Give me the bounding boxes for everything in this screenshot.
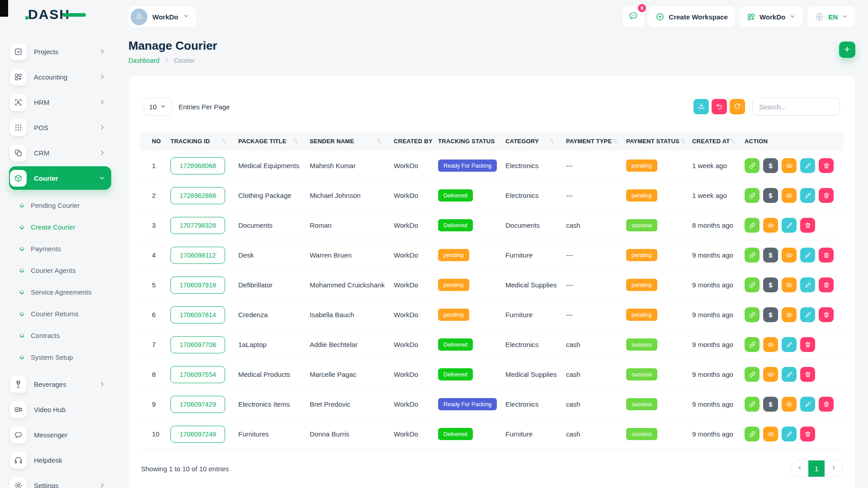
view-action-button[interactable] — [782, 188, 797, 203]
edit-action-button[interactable] — [782, 337, 797, 352]
delete-action-button[interactable] — [819, 307, 834, 322]
money-action-button[interactable]: $ — [763, 248, 778, 263]
sort-icon[interactable] — [221, 138, 227, 145]
money-action-button[interactable]: $ — [763, 277, 778, 292]
language-selector[interactable]: EN — [807, 6, 855, 27]
breadcrumb-dashboard-link[interactable]: Dashboard — [128, 57, 160, 64]
sort-icon[interactable] — [679, 138, 686, 145]
column-header-tracking-id[interactable]: TRACKING ID — [170, 138, 238, 145]
tracking-id-button[interactable]: 1706098112 — [170, 247, 225, 264]
sidebar-subitem-contracts[interactable]: Contracts — [0, 324, 118, 346]
sidebar-subitem-create-courier[interactable]: Create Courier — [0, 216, 118, 238]
view-action-button[interactable] — [782, 277, 797, 292]
sidebar-item-video-hub[interactable]: Video Hub — [9, 398, 111, 421]
view-action-button[interactable] — [763, 218, 778, 233]
tracking-id-button[interactable]: 1706097554 — [170, 366, 225, 383]
link-action-button[interactable] — [745, 158, 760, 173]
edit-action-button[interactable] — [782, 367, 797, 382]
sidebar-item-beverages[interactable]: Beverages — [9, 372, 111, 396]
tracking-id-button[interactable]: 1706097918 — [170, 277, 225, 294]
view-action-button[interactable] — [782, 307, 797, 322]
delete-action-button[interactable] — [819, 277, 834, 292]
reload-button[interactable] — [730, 99, 745, 114]
sidebar-item-hrm[interactable]: HRM — [9, 90, 111, 114]
delete-action-button[interactable] — [800, 367, 815, 382]
edit-action-button[interactable] — [800, 277, 815, 292]
sort-icon[interactable] — [612, 138, 618, 145]
link-action-button[interactable] — [745, 248, 760, 263]
sidebar-item-pos[interactable]: POS — [9, 116, 111, 139]
delete-action-button[interactable] — [819, 188, 834, 203]
view-action-button[interactable] — [763, 427, 778, 441]
delete-action-button[interactable] — [819, 158, 834, 173]
delete-action-button[interactable] — [800, 427, 815, 441]
column-header-payment-status[interactable]: PAYMENT STATUS — [626, 138, 692, 145]
link-action-button[interactable] — [745, 277, 760, 292]
link-action-button[interactable] — [745, 337, 760, 352]
view-action-button[interactable] — [782, 158, 797, 173]
entries-per-page-select[interactable]: 10 — [144, 98, 172, 116]
sidebar-item-accounting[interactable]: Accounting — [9, 65, 111, 89]
sidebar-subitem-courier-agents[interactable]: Courier Agents — [0, 259, 118, 281]
view-action-button[interactable] — [763, 337, 778, 352]
link-action-button[interactable] — [745, 218, 760, 233]
link-action-button[interactable] — [745, 367, 760, 382]
sidebar-subitem-system-setup[interactable]: System Setup — [0, 346, 118, 368]
edit-action-button[interactable] — [800, 248, 815, 263]
export-button[interactable] — [693, 99, 709, 114]
app-logo[interactable]: DASH — [0, 0, 118, 29]
add-courier-button[interactable] — [839, 42, 855, 58]
edit-action-button[interactable] — [800, 307, 815, 322]
pagination-next-button[interactable] — [825, 460, 842, 477]
sidebar-item-messenger[interactable]: Messenger — [9, 423, 111, 446]
view-action-button[interactable] — [782, 248, 797, 263]
money-action-button[interactable]: $ — [763, 397, 778, 412]
sort-icon[interactable] — [730, 138, 736, 145]
edit-action-button[interactable] — [800, 158, 815, 173]
tracking-id-button[interactable]: 1706097429 — [170, 396, 225, 413]
sidebar-subitem-service-agreements[interactable]: Service Agreements — [0, 281, 118, 303]
edit-action-button[interactable] — [782, 427, 797, 441]
search-input[interactable] — [752, 98, 840, 116]
money-action-button[interactable]: $ — [763, 307, 778, 322]
sort-icon[interactable] — [292, 138, 299, 145]
edit-action-button[interactable] — [782, 218, 797, 233]
sidebar-subitem-courier-returns[interactable]: Courier Returns — [0, 303, 118, 324]
sidebar-item-projects[interactable]: Projects — [9, 40, 111, 63]
tracking-id-button[interactable]: 1706097248 — [170, 426, 225, 443]
edit-action-button[interactable] — [800, 188, 815, 203]
tracking-id-button[interactable]: 1707798328 — [170, 217, 225, 234]
column-header-created-at[interactable]: CREATED AT — [692, 138, 745, 145]
pagination-page-button[interactable]: 1 — [808, 460, 825, 477]
column-header-sender-name[interactable]: SENDER NAME — [310, 138, 394, 145]
sort-icon[interactable] — [376, 138, 383, 145]
tracking-id-button[interactable]: 1728962868 — [170, 187, 225, 204]
sidebar-subitem-payments[interactable]: Payments — [0, 238, 118, 259]
tracking-id-button[interactable]: 1706097814 — [170, 306, 225, 324]
money-action-button[interactable]: $ — [763, 158, 778, 173]
column-header-payment-type[interactable]: PAYMENT TYPE — [566, 138, 626, 145]
sidebar-item-courier[interactable]: Courier — [9, 166, 111, 190]
messages-button[interactable]: 0 — [623, 6, 644, 27]
sidebar-item-settings[interactable]: Settings — [9, 474, 111, 488]
delete-action-button[interactable] — [800, 218, 815, 233]
workspace-switcher[interactable]: WorkDo — [128, 6, 196, 27]
link-action-button[interactable] — [745, 427, 760, 441]
money-action-button[interactable]: $ — [763, 188, 778, 203]
sidebar-item-crm[interactable]: CRM — [9, 141, 111, 164]
tracking-id-button[interactable]: 1728968068 — [170, 157, 225, 174]
column-header-category[interactable]: CATEGORY — [505, 138, 566, 145]
delete-action-button[interactable] — [819, 397, 834, 412]
view-action-button[interactable] — [782, 397, 797, 412]
view-action-button[interactable] — [763, 367, 778, 382]
create-workspace-button[interactable]: Create Workspace — [648, 6, 735, 27]
reset-button[interactable] — [712, 99, 727, 114]
tracking-id-button[interactable]: 1706097708 — [170, 336, 225, 353]
link-action-button[interactable] — [745, 188, 760, 203]
workdo-app-menu-button[interactable]: WorkDo — [740, 6, 803, 27]
column-header-package-title[interactable]: PACKAGE TITLE — [238, 138, 310, 145]
link-action-button[interactable] — [745, 307, 760, 322]
edit-action-button[interactable] — [800, 397, 815, 412]
sidebar-subitem-pending-courier[interactable]: Pending Courier — [0, 194, 118, 216]
pagination-prev-button[interactable] — [791, 460, 808, 477]
